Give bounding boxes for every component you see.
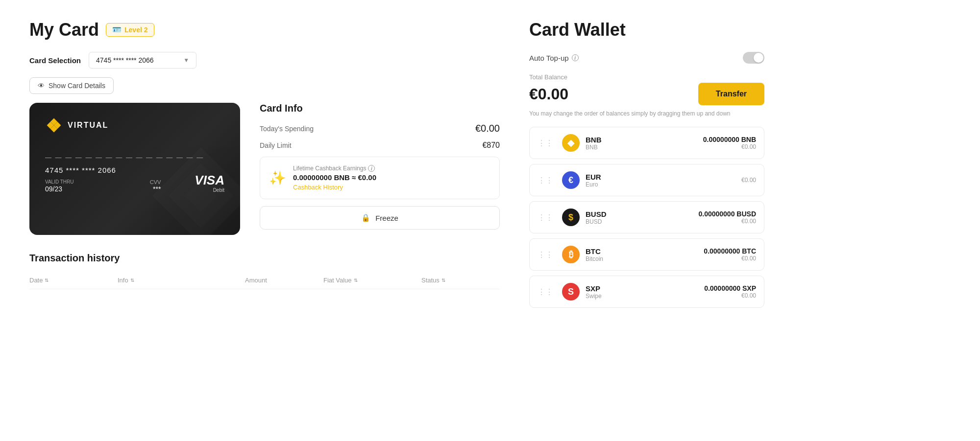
wallet-item: ⋮⋮ ₿ BTC Bitcoin 0.00000000 BTC €0.00 [529,238,764,271]
total-balance-label: Total Balance [529,73,764,81]
card-select-dropdown[interactable]: 4745 **** **** 2066 ▼ [89,52,196,69]
coin-full-name: Euro [586,181,735,188]
valid-thru-date: 09/23 [45,185,62,193]
lock-icon: 🔒 [361,213,370,222]
coin-icon-bnb: ◆ [562,134,580,152]
wallet-item: ⋮⋮ $ BUSD BUSD 0.00000000 BUSD €0.00 [529,201,764,233]
card-top: VIRTUAL [45,116,224,134]
cashback-amount: 0.00000000 BNB ≈ €0.00 [293,173,376,182]
selected-card-number: 4745 **** **** 2066 [96,56,154,64]
page-title: My Card [29,20,99,40]
freeze-button[interactable]: 🔒 Freeze [260,206,500,230]
coin-info-busd: BUSD BUSD [586,210,692,225]
tx-col-status-header: Status ⇅ [421,277,500,284]
card-info-title: Card Info [260,103,500,114]
tx-table-header: Date ⇅ Info ⇅ Amount Fiat Value ⇅ Status… [29,272,500,289]
cashback-info: Lifetime Cashback Earnings i 0.00000000 … [293,165,376,191]
card-selection-label: Card Selection [29,56,81,65]
drag-handle-icon[interactable]: ⋮⋮ [538,176,553,185]
coin-info-btc: BTC Bitcoin [586,247,698,262]
level-badge-label: Level 2 [124,26,147,34]
card-icon: 🪪 [112,25,122,34]
coin-amount-crypto: 0.00000000 BUSD [698,210,756,218]
coin-amount-fiat: €0.00 [703,143,756,150]
todays-spending-row: Today's Spending €0.00 [260,123,500,134]
show-card-details-button[interactable]: 👁 Show Card Details [29,77,114,94]
card-details-left: 4745 **** **** 2066 VALID THRU 09/23 [45,166,116,193]
balance-row: €0.00 Transfer [529,83,764,105]
coin-full-name: BNB [586,144,697,151]
auto-topup-toggle[interactable] [743,52,764,64]
coin-full-name: Bitcoin [586,255,698,262]
drag-handle-icon[interactable]: ⋮⋮ [538,287,553,297]
coin-symbol: BNB [586,136,697,144]
coin-amounts: 0.00000000 SXP €0.00 [704,284,756,299]
wallet-item: ⋮⋮ S SXP Swipe 0.00000000 SXP €0.00 [529,276,764,308]
right-panel: Card Wallet Auto Top-up i Total Balance … [529,20,764,421]
coin-symbol: SXP [586,284,698,293]
tx-col-fiat-header: Fiat Value ⇅ [323,277,421,284]
coin-amounts: €0.00 [741,177,756,184]
coin-icon-busd: $ [562,209,580,226]
valid-thru-text: VALID THRU [45,179,74,185]
balance-hint: You may change the order of balances sim… [529,110,764,117]
card-and-info: VIRTUAL — — — — — — — — — — — — — — — — … [29,103,500,235]
auto-topup-label: Auto Top-up i [529,54,579,62]
coin-info-eur: EUR Euro [586,173,735,188]
valid-thru-label: VALID THRU 09/23 [45,177,116,193]
auto-topup-row: Auto Top-up i [529,52,764,64]
cashback-box: ✨ Lifetime Cashback Earnings i 0.0000000… [260,157,500,199]
card-selection-row: Card Selection 4745 **** **** 2066 ▼ [29,52,500,69]
coin-symbol: BUSD [586,210,692,218]
coin-amount-crypto: 0.00000000 BNB [703,136,756,143]
drag-handle-icon[interactable]: ⋮⋮ [538,250,553,259]
daily-limit-row: Daily Limit €870 [260,141,500,150]
coin-amount-fiat: €0.00 [704,292,756,299]
tx-col-amount-header: Amount [245,277,323,284]
coin-symbol: BTC [586,247,698,255]
coin-amount-fiat: €0.00 [698,218,756,225]
coin-full-name: BUSD [586,218,692,225]
card-info-section: Card Info Today's Spending €0.00 Daily L… [260,103,500,230]
drag-handle-icon[interactable]: ⋮⋮ [538,139,553,148]
coin-icon-eur: € [562,171,580,189]
date-sort-icon[interactable]: ⇅ [45,278,49,283]
cashback-label: Lifetime Cashback Earnings i [293,165,376,172]
level-badge: 🪪 Level 2 [106,23,154,37]
show-card-details-label: Show Card Details [49,82,105,90]
chevron-down-icon: ▼ [183,57,189,64]
coin-info-sxp: SXP Swipe [586,284,698,300]
status-sort-icon[interactable]: ⇅ [441,278,445,283]
wallet-item: ⋮⋮ ◆ BNB BNB 0.00000000 BNB €0.00 [529,127,764,159]
coin-amounts: 0.00000000 BUSD €0.00 [698,210,756,225]
coin-amounts: 0.00000000 BNB €0.00 [703,136,756,150]
coin-symbol: EUR [586,173,735,181]
left-panel: My Card 🪪 Level 2 Card Selection 4745 **… [29,20,500,421]
coin-info-bnb: BNB BNB [586,136,697,151]
fiat-sort-icon[interactable]: ⇅ [354,278,358,283]
right-panel-title: Card Wallet [529,20,764,40]
cashback-info-icon[interactable]: i [368,165,375,172]
coin-amount-fiat: €0.00 [741,177,756,184]
binance-logo-icon [45,116,63,134]
daily-limit-label: Daily Limit [260,141,292,149]
drag-handle-icon[interactable]: ⋮⋮ [538,213,553,222]
tx-col-info-header: Info ⇅ [118,277,245,284]
coin-icon-btc: ₿ [562,246,580,263]
tx-history-title: Transaction history [29,253,500,264]
info-sort-icon[interactable]: ⇅ [130,278,134,283]
freeze-label: Freeze [375,214,398,222]
card-brand-text: VIRTUAL [68,121,108,130]
todays-spending-label: Today's Spending [260,125,314,133]
wallet-list: ⋮⋮ ◆ BNB BNB 0.00000000 BNB €0.00 ⋮⋮ € E… [529,127,764,313]
tx-col-date-header: Date ⇅ [29,277,118,284]
daily-limit-value: €870 [482,141,500,150]
cashback-history-link[interactable]: Cashback History [293,184,343,191]
coin-icon-sxp: S [562,283,580,301]
transfer-button[interactable]: Transfer [698,83,764,105]
coin-amount-crypto: 0.00000000 SXP [704,284,756,292]
wallet-item: ⋮⋮ € EUR Euro €0.00 [529,164,764,196]
auto-topup-info-icon[interactable]: i [572,54,579,61]
coin-amounts: 0.00000000 BTC €0.00 [704,247,756,262]
coin-amount-fiat: €0.00 [704,255,756,262]
